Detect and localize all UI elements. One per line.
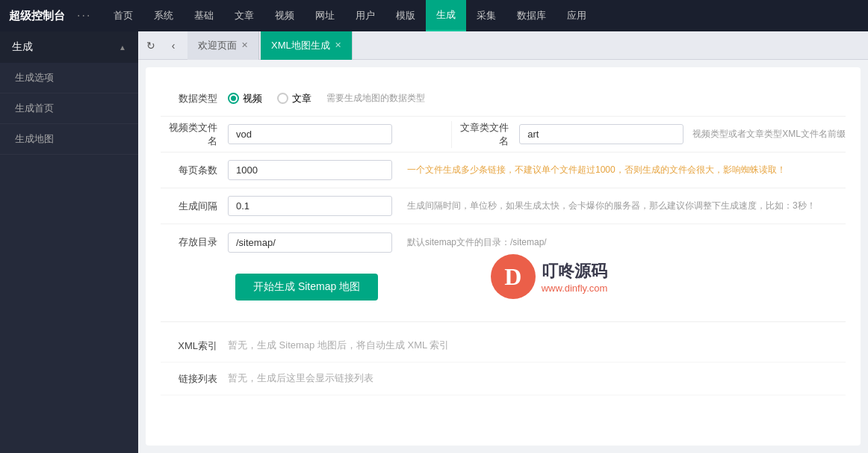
file-hint: 视频类型或者文章类型XML文件名前缀	[692, 128, 846, 141]
xml-links-row: 链接列表 暂无，生成后这里会显示链接列表	[161, 363, 846, 395]
nav-item-video[interactable]: 视频	[264, 0, 305, 31]
form-col-article-file: 文章类文件名 视频类型或者文章类型XML文件名前缀	[451, 121, 846, 148]
content-area: D 叮咚源码 www.dinfly.com 数据类型 视频	[146, 67, 861, 446]
data-type-hint: 需要生成地图的数据类型	[326, 92, 425, 105]
xml-index-value: 暂无，生成 Sitemap 地图后，将自动生成 XML 索引	[228, 339, 449, 352]
dir-label: 存放目录	[161, 235, 228, 249]
radio-video-label: 视频	[243, 92, 262, 105]
radio-video[interactable]: 视频	[228, 92, 262, 105]
dir-controls: 默认sitemap文件的目录：/sitemap/	[228, 232, 846, 253]
form-section: 数据类型 视频 文章 需要生成地图的数据类型	[161, 81, 846, 314]
sidebar-collapse-icon[interactable]: ▲	[119, 43, 126, 52]
article-file-label: 文章类文件名	[452, 121, 519, 148]
main-layout: 生成 ▲ 生成选项 生成首页 生成地图 ↻ ‹ 欢迎页面 ✕ XML地图生成 ✕	[0, 31, 868, 453]
interval-label: 生成间隔	[161, 200, 228, 213]
nav-item-generate[interactable]: 生成	[426, 0, 466, 31]
per-page-controls: 一个文件生成多少条链接，不建议单个文件超过1000，否则生成的文件会很大，影响蜘…	[228, 160, 846, 180]
form-row-dir: 存放目录 默认sitemap文件的目录：/sitemap/	[161, 224, 846, 260]
sidebar-item-generate-options[interactable]: 生成选项	[0, 63, 138, 93]
interval-input[interactable]	[228, 196, 392, 216]
top-navigation: 超级控制台 ··· 首页 系统 基础 文章 视频 网址 用户 模版 生成 采集 …	[0, 0, 868, 31]
back-button[interactable]: ‹	[164, 36, 183, 55]
form-col-video-file: 视频类文件名	[161, 121, 451, 148]
article-file-input[interactable]	[519, 124, 683, 144]
form-row-filename: 视频类文件名 文章类文件名 视频类型或者文章类型XML文件名前缀	[161, 117, 846, 152]
sidebar-title: 生成	[12, 40, 33, 54]
interval-controls: 生成间隔时间，单位秒，如果生成太快，会卡爆你的服务器，那么建议你调整下生成速度，…	[228, 196, 846, 216]
interval-hint: 生成间隔时间，单位秒，如果生成太快，会卡爆你的服务器，那么建议你调整下生成速度，…	[407, 200, 816, 212]
refresh-button[interactable]: ↻	[141, 36, 161, 55]
tab-xml-map-close[interactable]: ✕	[335, 40, 341, 50]
nav-item-collect[interactable]: 采集	[466, 0, 506, 31]
main-panel: ↻ ‹ 欢迎页面 ✕ XML地图生成 ✕ D 叮咚源码 www.dinfly.c	[138, 31, 868, 453]
xml-links-label: 链接列表	[161, 372, 228, 386]
per-page-label: 每页条数	[161, 164, 228, 177]
radio-article-label: 文章	[292, 92, 311, 105]
tab-welcome[interactable]: 欢迎页面 ✕	[187, 31, 259, 60]
brand-title: 超级控制台	[9, 9, 65, 23]
tab-welcome-label: 欢迎页面	[198, 39, 237, 52]
nav-item-template[interactable]: 模版	[385, 0, 426, 31]
xml-section: XML索引 暂无，生成 Sitemap 地图后，将自动生成 XML 索引 链接列…	[161, 321, 846, 395]
nav-item-article[interactable]: 文章	[224, 0, 264, 31]
nav-item-user[interactable]: 用户	[345, 0, 385, 31]
sidebar-header: 生成 ▲	[0, 31, 138, 63]
xml-index-row: XML索引 暂无，生成 Sitemap 地图后，将自动生成 XML 索引	[161, 330, 846, 363]
nav-item-basic[interactable]: 基础	[184, 0, 224, 31]
nav-item-system[interactable]: 系统	[143, 0, 184, 31]
per-page-hint: 一个文件生成多少条链接，不建议单个文件超过1000，否则生成的文件会很大，影响蜘…	[407, 164, 786, 176]
dir-input[interactable]	[228, 232, 392, 253]
nav-item-database[interactable]: 数据库	[506, 0, 557, 31]
dir-hint: 默认sitemap文件的目录：/sitemap/	[407, 236, 547, 249]
sidebar: 生成 ▲ 生成选项 生成首页 生成地图	[0, 31, 138, 453]
tab-controls: ↻ ‹	[141, 36, 183, 55]
form-row-interval: 生成间隔 生成间隔时间，单位秒，如果生成太快，会卡爆你的服务器，那么建议你调整下…	[161, 188, 846, 224]
radio-article-circle	[277, 93, 288, 104]
nav-item-url[interactable]: 网址	[305, 0, 345, 31]
tab-xml-map[interactable]: XML地图生成 ✕	[261, 31, 353, 60]
generate-button[interactable]: 开始生成 Sitemap 地图	[235, 274, 378, 301]
video-file-input[interactable]	[228, 124, 392, 144]
nav-item-home[interactable]: 首页	[103, 0, 143, 31]
xml-index-label: XML索引	[161, 339, 228, 353]
nav-items-list: 首页 系统 基础 文章 视频 网址 用户 模版 生成 采集 数据库 应用	[103, 0, 597, 31]
sidebar-item-generate-home[interactable]: 生成首页	[0, 93, 138, 124]
data-type-label: 数据类型	[161, 92, 228, 105]
video-file-label: 视频类文件名	[161, 121, 228, 148]
xml-links-value: 暂无，生成后这里会显示链接列表	[228, 372, 373, 385]
tab-bar: ↻ ‹ 欢迎页面 ✕ XML地图生成 ✕	[138, 31, 868, 60]
tab-xml-map-label: XML地图生成	[271, 39, 330, 52]
form-row-per-page: 每页条数 一个文件生成多少条链接，不建议单个文件超过1000，否则生成的文件会很…	[161, 152, 846, 188]
sidebar-item-generate-map[interactable]: 生成地图	[0, 124, 138, 155]
radio-video-circle	[228, 93, 239, 104]
form-row-data-type: 数据类型 视频 文章 需要生成地图的数据类型	[161, 81, 846, 117]
radio-group-data-type: 视频 文章	[228, 92, 311, 105]
tab-welcome-close[interactable]: ✕	[241, 40, 248, 50]
nav-item-app[interactable]: 应用	[557, 0, 597, 31]
radio-article[interactable]: 文章	[277, 92, 311, 105]
per-page-input[interactable]	[228, 160, 392, 180]
data-type-controls: 视频 文章 需要生成地图的数据类型	[228, 92, 846, 105]
nav-dots[interactable]: ···	[77, 9, 91, 22]
